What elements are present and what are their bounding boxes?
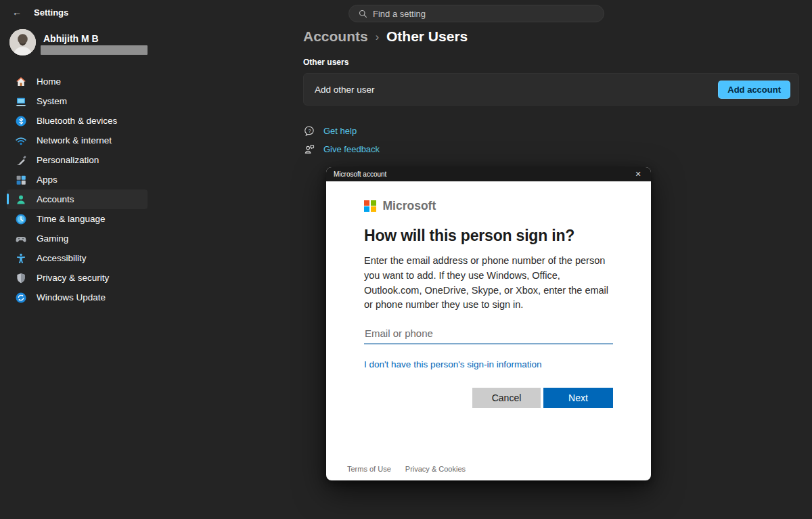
profile-loading-bar	[41, 45, 148, 55]
terms-of-use-link[interactable]: Terms of Use	[347, 465, 391, 473]
gamepad-icon	[15, 233, 27, 245]
email-or-phone-input[interactable]	[364, 325, 613, 344]
sidebar-item-home[interactable]: Home	[7, 72, 148, 91]
sidebar-item-label: Privacy & security	[37, 273, 109, 283]
sidebar-item-label: Apps	[37, 175, 58, 185]
next-button[interactable]: Next	[543, 388, 613, 408]
settings-sidebar: Home System Bluetooth & devices Network …	[7, 72, 148, 307]
sidebar-item-windows-update[interactable]: Windows Update	[7, 288, 148, 307]
search-icon	[359, 9, 367, 18]
sidebar-item-accounts[interactable]: Accounts	[7, 189, 148, 209]
breadcrumb-accounts[interactable]: Accounts	[303, 28, 368, 45]
window-header: ← Settings	[12, 7, 68, 18]
sidebar-item-label: Accessibility	[37, 253, 87, 263]
dialog-button-row: Cancel Next	[364, 388, 613, 408]
back-icon[interactable]: ←	[12, 7, 22, 18]
avatar[interactable]	[9, 29, 36, 55]
person-speech-icon	[304, 144, 315, 154]
dialog-titlebar: Microsoft account ✕	[326, 167, 651, 181]
bluetooth-icon	[15, 115, 27, 127]
sidebar-item-label: Network & internet	[37, 135, 112, 145]
avatar-photo	[9, 29, 36, 55]
sidebar-item-label: Personalization	[37, 155, 99, 165]
privacy-cookies-link[interactable]: Privacy & Cookies	[405, 465, 466, 473]
sidebar-item-accessibility[interactable]: Accessibility	[7, 248, 148, 268]
dialog-heading: How will this person sign in?	[364, 227, 613, 245]
add-other-user-card: Add other user Add account	[303, 73, 799, 106]
shield-icon	[15, 272, 27, 284]
give-feedback-label: Give feedback	[323, 144, 380, 154]
sidebar-item-label: Accounts	[37, 194, 74, 204]
sidebar-item-time-language[interactable]: Time & language	[7, 209, 148, 229]
question-bubble-icon: ?	[304, 126, 315, 136]
sidebar-item-privacy-security[interactable]: Privacy & security	[7, 268, 148, 288]
update-arrows-icon	[15, 292, 27, 304]
apps-grid-icon	[15, 174, 27, 186]
breadcrumb: Accounts › Other Users	[303, 28, 468, 45]
dialog-body: Microsoft How will this person sign in? …	[326, 181, 651, 480]
window-title: Settings	[34, 7, 68, 18]
get-help-label: Get help	[323, 126, 357, 136]
sidebar-item-label: Windows Update	[37, 292, 106, 302]
sidebar-item-label: Gaming	[37, 233, 68, 244]
laptop-icon	[15, 95, 27, 108]
microsoft-brand-label: Microsoft	[383, 199, 436, 213]
sidebar-item-bluetooth[interactable]: Bluetooth & devices	[7, 111, 148, 131]
sidebar-item-network[interactable]: Network & internet	[7, 131, 148, 150]
sidebar-item-label: Time & language	[37, 214, 106, 224]
clock-icon	[15, 213, 27, 225]
give-feedback-link[interactable]: Give feedback	[304, 140, 380, 158]
profile-name[interactable]: Abhijith M B	[43, 33, 99, 44]
wifi-icon	[15, 135, 27, 147]
dialog-body-text: Enter the email address or phone number …	[364, 254, 613, 313]
no-sign-in-info-link[interactable]: I don't have this person's sign-in infor…	[364, 359, 542, 369]
svg-text:?: ?	[308, 128, 311, 134]
chevron-right-icon: ›	[376, 30, 379, 43]
sidebar-item-system[interactable]: System	[7, 91, 148, 111]
home-icon	[15, 76, 27, 88]
accessibility-person-icon	[15, 252, 27, 265]
paintbrush-icon	[15, 154, 27, 166]
sidebar-item-gaming[interactable]: Gaming	[7, 229, 148, 248]
microsoft-brand-row: Microsoft	[364, 199, 613, 213]
sidebar-item-label: Home	[37, 76, 61, 87]
page-title: Other Users	[386, 28, 468, 45]
section-label-other-users: Other users	[303, 58, 348, 67]
add-account-button[interactable]: Add account	[718, 81, 790, 99]
dialog-title: Microsoft account	[334, 171, 625, 178]
dialog-footer: Terms of Use Privacy & Cookies	[347, 465, 466, 473]
help-links: ? Get help Give feedback	[304, 122, 380, 158]
get-help-link[interactable]: ? Get help	[304, 122, 380, 140]
search-box	[348, 5, 604, 22]
sidebar-item-label: Bluetooth & devices	[37, 116, 117, 126]
add-other-user-label: Add other user	[315, 85, 718, 95]
microsoft-logo-icon	[364, 200, 376, 212]
sidebar-item-personalization[interactable]: Personalization	[7, 150, 148, 170]
search-input[interactable]	[373, 9, 597, 19]
close-icon[interactable]: ✕	[625, 167, 651, 181]
sidebar-item-apps[interactable]: Apps	[7, 170, 148, 189]
microsoft-account-dialog: Microsoft account ✕ Microsoft How will t…	[326, 167, 651, 480]
person-icon	[15, 194, 27, 206]
sidebar-item-label: System	[37, 96, 67, 106]
cancel-button[interactable]: Cancel	[472, 388, 541, 408]
